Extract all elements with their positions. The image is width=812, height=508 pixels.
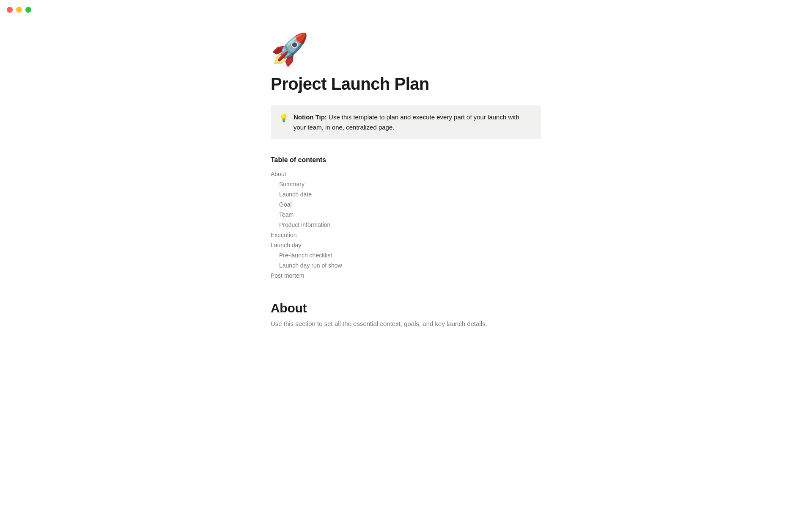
minimize-button[interactable]: [16, 7, 22, 13]
toc-link-execution[interactable]: Execution: [271, 231, 541, 239]
toc-link-goal[interactable]: Goal: [271, 200, 541, 209]
toc-item: Team: [271, 210, 541, 220]
callout-body: Use this template to plan and execute ev…: [294, 113, 519, 131]
toc-item: About: [271, 169, 541, 179]
toc-link-pre-launch-checklist[interactable]: Pre-launch checklist: [271, 251, 541, 260]
toc-item: Launch date: [271, 189, 541, 199]
page-icon[interactable]: 🚀: [271, 34, 541, 64]
toc-heading: Table of contents: [271, 156, 541, 164]
toc-link-launch-day[interactable]: Launch day: [271, 241, 541, 249]
toc-list: AboutSummaryLaunch dateGoalTeamProduct i…: [271, 169, 541, 281]
toc-item: Summary: [271, 179, 541, 189]
toc-item: Execution: [271, 230, 541, 240]
toc-link-post-mortem[interactable]: Post mortem: [271, 271, 541, 280]
lightbulb-icon: 💡: [279, 113, 288, 124]
callout-text: Notion Tip: Use this template to plan an…: [294, 112, 533, 133]
toc-item: Launch day run of show: [271, 260, 541, 271]
toc-link-summary[interactable]: Summary: [271, 180, 541, 188]
toc-link-about[interactable]: About: [271, 170, 541, 178]
close-button[interactable]: [7, 7, 13, 13]
about-subtext: Use this section to set all the essentia…: [271, 319, 541, 329]
table-of-contents: Table of contents AboutSummaryLaunch dat…: [271, 156, 541, 281]
window-controls: [7, 7, 31, 13]
toc-link-launch-date[interactable]: Launch date: [271, 190, 541, 199]
page-title: Project Launch Plan: [271, 75, 541, 94]
notion-tip-callout: 💡 Notion Tip: Use this template to plan …: [271, 105, 541, 139]
page-content: 🚀 Project Launch Plan 💡 Notion Tip: Use …: [254, 0, 558, 371]
toc-item: Product information: [271, 220, 541, 230]
toc-link-team[interactable]: Team: [271, 210, 541, 219]
about-heading: About: [271, 301, 541, 315]
toc-link-launch-day-run-of-show[interactable]: Launch day run of show: [271, 261, 541, 270]
toc-link-product-information[interactable]: Product information: [271, 221, 541, 229]
maximize-button[interactable]: [25, 7, 31, 13]
toc-item: Pre-launch checklist: [271, 250, 541, 260]
toc-item: Launch day: [271, 240, 541, 250]
callout-prefix: Notion Tip:: [294, 113, 327, 121]
toc-item: Post mortem: [271, 271, 541, 281]
toc-item: Goal: [271, 199, 541, 210]
